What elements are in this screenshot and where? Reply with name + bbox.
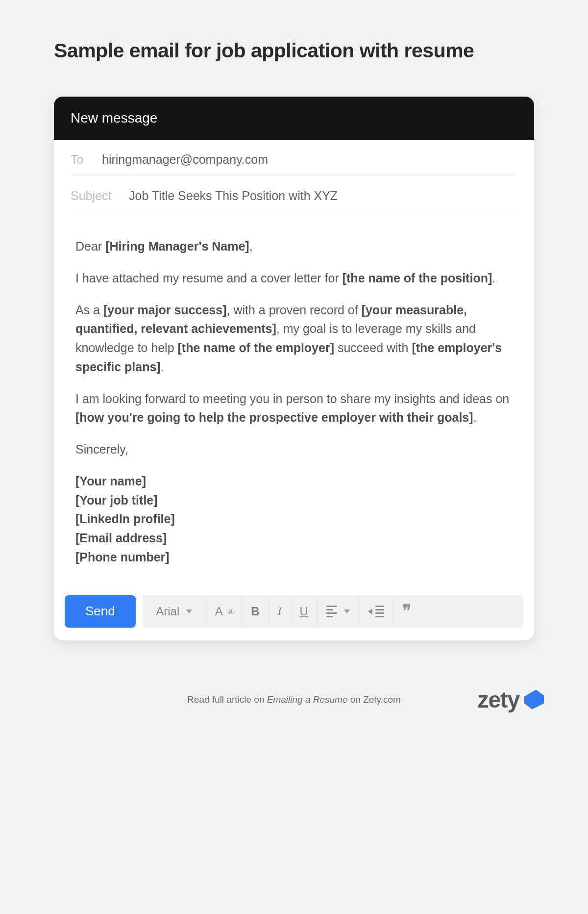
paragraph-3: I am looking forward to meeting you in p…: [75, 389, 513, 428]
sig-title: [Your job title]: [75, 493, 158, 507]
sig-name: [Your name]: [75, 474, 146, 488]
send-button[interactable]: Send: [65, 595, 136, 628]
font-picker[interactable]: Arial: [143, 595, 206, 628]
footer: Read full article on Emailing a Resume o…: [54, 694, 534, 705]
brand-logo: zety: [478, 686, 544, 713]
text: A: [215, 605, 223, 618]
article-name: Emailing a Resume: [267, 694, 348, 705]
placeholder: [the name of the position]: [343, 271, 492, 285]
subject-value[interactable]: Job Title Seeks This Position with XYZ: [129, 189, 338, 203]
sig-email: [Email address]: [75, 531, 167, 545]
text: succeed with: [334, 341, 412, 355]
bold-button[interactable]: B: [242, 595, 269, 628]
to-row: To hiringmanager@company.com: [71, 140, 517, 176]
indent-icon: [368, 606, 384, 617]
text: I have attached my resume and a cover le…: [75, 271, 343, 285]
quote-button[interactable]: ❞: [393, 595, 420, 628]
text: As a: [75, 303, 103, 317]
sig-phone: [Phone number]: [75, 550, 170, 564]
placeholder: [the name of the employer]: [177, 341, 334, 355]
to-value[interactable]: hiringmanager@company.com: [102, 152, 268, 167]
italic-button[interactable]: I: [269, 595, 291, 628]
text: .: [473, 410, 477, 424]
signature: [Your name] [Your job title] [LinkedIn p…: [75, 472, 513, 567]
quote-icon: ❞: [402, 606, 411, 616]
font-name: Arial: [156, 605, 179, 618]
window-header: New message: [54, 97, 534, 140]
chevron-down-icon: [186, 609, 192, 613]
text: I am looking forward to meeting you in p…: [75, 392, 509, 406]
page-title: Sample email for job application with re…: [54, 39, 534, 62]
text: on Zety.com: [348, 694, 401, 705]
font-size-button[interactable]: Aa: [206, 595, 242, 628]
paragraph-1: I have attached my resume and a cover le…: [75, 269, 513, 288]
text: .: [161, 360, 164, 374]
greeting: Dear [Hiring Manager's Name],: [75, 237, 513, 256]
align-button[interactable]: [318, 595, 359, 628]
compose-window: New message To hiringmanager@company.com…: [54, 97, 534, 640]
compose-toolbar: Send Arial Aa B I U: [54, 586, 534, 640]
underline-button[interactable]: U: [291, 595, 318, 628]
format-group: Arial Aa B I U ❞: [143, 595, 523, 628]
header-fields: To hiringmanager@company.com Subject Job…: [54, 140, 534, 212]
text: , with a proven record of: [226, 303, 361, 317]
text: a: [228, 607, 233, 616]
chevron-down-icon: [344, 609, 350, 613]
logo-icon: [524, 690, 544, 710]
align-icon: [326, 606, 337, 617]
subject-label: Subject: [71, 189, 117, 203]
text: Read full article on: [187, 694, 267, 705]
text: .: [492, 271, 495, 285]
subject-row: Subject Job Title Seeks This Position wi…: [71, 176, 517, 212]
footer-text: Read full article on Emailing a Resume o…: [187, 694, 401, 705]
paragraph-2: As a [your major success], with a proven…: [75, 301, 513, 377]
placeholder: [your major success]: [103, 303, 227, 317]
closing: Sincerely,: [75, 440, 513, 459]
text: Dear: [75, 239, 105, 253]
text: ,: [249, 239, 253, 253]
placeholder: [Hiring Manager's Name]: [105, 239, 249, 253]
to-label: To: [71, 152, 90, 167]
sig-linkedin: [LinkedIn profile]: [75, 512, 175, 526]
brand-name: zety: [478, 686, 519, 713]
indent-button[interactable]: [359, 595, 393, 628]
placeholder: [how you're going to help the prospectiv…: [75, 410, 473, 424]
email-body[interactable]: Dear [Hiring Manager's Name], I have att…: [54, 212, 534, 586]
